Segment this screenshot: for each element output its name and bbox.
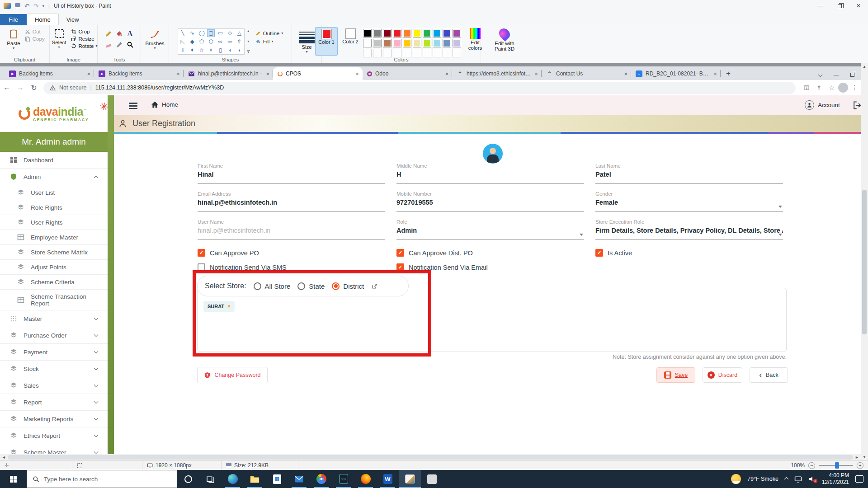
tab-close-icon[interactable]: ×	[624, 70, 627, 77]
sidebar-item-scheme-criteria[interactable]: Scheme Criteria	[0, 275, 108, 290]
logout-icon[interactable]	[853, 101, 861, 110]
forward-icon[interactable]: →	[14, 84, 27, 92]
bookmark-star-icon[interactable]: ☆	[826, 84, 838, 91]
palette-color[interactable]	[363, 39, 372, 47]
first-name-field[interactable]: First Name Hinal	[198, 163, 385, 184]
store-assignment-box[interactable]	[197, 288, 787, 352]
palette-color[interactable]	[453, 29, 461, 38]
palette-color[interactable]	[443, 29, 451, 38]
shape-star5-icon[interactable]: ☆	[198, 46, 205, 54]
palette-empty-slot[interactable]	[413, 49, 421, 57]
browser-tab-active[interactable]: CPOS ×	[273, 67, 363, 80]
sidebar-item-user-rights[interactable]: User Rights	[0, 215, 108, 230]
taskbar-firefox[interactable]	[354, 470, 377, 488]
pencil-tool[interactable]	[104, 29, 113, 39]
network-icon[interactable]	[794, 475, 802, 483]
scroll-right-icon[interactable]: ►	[855, 455, 859, 460]
is-active-checkbox[interactable]: ✓ Is Active	[595, 249, 632, 257]
sidebar-item-purchase-order[interactable]: Purchase Order	[0, 327, 108, 344]
cut-button[interactable]: Cut	[24, 29, 45, 34]
undo-icon[interactable]: ↶	[24, 3, 29, 9]
store-execution-role-select[interactable]: Store Execution Role Firm Details, Store…	[595, 219, 783, 240]
profile-photo-avatar[interactable]	[483, 144, 503, 164]
shape-star4-icon[interactable]: ✦	[189, 46, 196, 54]
browser-minimize-icon[interactable]: —	[834, 72, 839, 77]
shape-rectangle-icon[interactable]: ▢	[207, 29, 215, 37]
back-icon[interactable]: ←	[0, 84, 14, 92]
browser-tab[interactable]: ⫸ Backlog items ×	[94, 67, 184, 80]
cortana-button[interactable]	[177, 470, 199, 488]
mobile-number-field[interactable]: Mobile Number 9727019555	[396, 191, 584, 212]
zoom-out-button[interactable]: −	[808, 462, 815, 469]
palette-color[interactable]	[433, 39, 441, 47]
h-scroll-thumb[interactable]	[8, 455, 853, 460]
sidebar-item-user-list[interactable]: User List	[0, 185, 108, 200]
field-value[interactable]: hinal.p@ethicsinfotech.in	[198, 199, 385, 206]
v-scroll-thumb[interactable]	[862, 190, 867, 334]
color-picker-tool[interactable]	[114, 40, 124, 50]
shape-star6-icon[interactable]: ✧	[207, 46, 215, 54]
field-value[interactable]: Admin	[396, 227, 584, 234]
palette-color[interactable]	[373, 29, 382, 38]
store-tag-surat[interactable]: SURAT ×	[203, 301, 235, 312]
volume-muted-icon[interactable]: ×	[808, 475, 816, 483]
sidebar-scrollbar[interactable]	[108, 95, 114, 454]
shape-polygon-icon[interactable]: ◇	[226, 29, 234, 37]
tab-close-icon[interactable]: ×	[534, 70, 538, 77]
not-secure-label[interactable]: Not secure	[59, 84, 86, 91]
radio-selected-icon[interactable]	[332, 282, 340, 290]
hamburger-menu-icon[interactable]	[129, 101, 137, 111]
dropdown-arrow-icon[interactable]	[580, 234, 583, 236]
radio-all-store[interactable]: All Store	[254, 282, 291, 290]
palette-empty-slot[interactable]	[363, 49, 372, 57]
color2-button[interactable]: Color 2	[340, 27, 361, 56]
minimize-button[interactable]: —	[811, 0, 830, 12]
tab-home[interactable]: Home	[27, 14, 59, 25]
palette-empty-slot[interactable]	[433, 49, 441, 57]
magnifier-tool[interactable]	[125, 40, 135, 50]
tab-close-icon[interactable]: ×	[87, 70, 90, 77]
taskbar-clock[interactable]: 4:00 PM 12/17/2021	[822, 472, 849, 486]
checkbox-checked-icon[interactable]: ✓	[396, 263, 404, 271]
browser-menu-kebab-icon[interactable]: ⋮	[848, 84, 861, 91]
can-approve-dist-po-checkbox[interactable]: ✓ Can Approve Dist. PO	[396, 249, 473, 257]
shape-rounded-rect-icon[interactable]: ▭	[217, 29, 224, 37]
palette-color[interactable]	[403, 29, 411, 38]
back-button[interactable]: ‹ Back	[750, 367, 788, 383]
palette-color[interactable]	[443, 39, 451, 47]
shape-ellipse-icon[interactable]: ◯	[198, 29, 205, 37]
field-value[interactable]: Patel	[595, 171, 783, 178]
text-tool[interactable]: A	[125, 29, 135, 39]
resize-button[interactable]: Resize	[71, 36, 98, 42]
shape-diamond-icon[interactable]: ◆	[189, 38, 196, 45]
taskbar-app[interactable]	[421, 470, 443, 488]
palette-color[interactable]	[453, 39, 461, 47]
sidebar-item-admin[interactable]: Admin	[0, 169, 108, 185]
browser-restore-icon[interactable]	[850, 73, 854, 77]
eraser-tool[interactable]	[104, 40, 113, 50]
gender-select[interactable]: Gender Female	[595, 191, 783, 212]
browser-tab[interactable]: ⌃ Contact Us ×	[542, 67, 631, 80]
account-menu[interactable]: Account	[805, 100, 840, 110]
address-url[interactable]: 115.124.111.238:8086/user/register/MzAwM…	[95, 84, 224, 91]
browser-tab[interactable]: hinal.p@ethicsinfotech.in - ×	[184, 67, 273, 80]
shape-pentagon-icon[interactable]: ⬠	[198, 38, 205, 45]
radio-district[interactable]: District	[332, 282, 364, 290]
action-center-icon[interactable]	[855, 475, 863, 483]
notification-sms-checkbox[interactable]: Notification Send Via SMS	[198, 263, 287, 271]
fill-tool[interactable]	[114, 29, 124, 39]
weather-label[interactable]: 79°F Smoke	[747, 476, 778, 482]
radio-icon[interactable]	[297, 282, 305, 290]
select-button[interactable]: Select ▾	[50, 27, 69, 56]
tab-file[interactable]: File	[0, 14, 27, 25]
taskbar-word[interactable]: W	[377, 470, 399, 488]
tab-close-icon[interactable]: ×	[266, 70, 269, 77]
zoom-in-button[interactable]: +	[857, 462, 863, 469]
shape-curve-icon[interactable]: ∿	[189, 29, 196, 37]
save-icon[interactable]	[15, 3, 20, 9]
tray-expand-chevron-icon[interactable]	[784, 477, 788, 481]
scroll-left-icon[interactable]: ◄	[2, 455, 6, 460]
rotate-button[interactable]: Rotate▾	[71, 43, 98, 49]
sidebar-item-employee-master[interactable]: Employee Master	[0, 230, 108, 245]
palette-color[interactable]	[363, 29, 372, 38]
